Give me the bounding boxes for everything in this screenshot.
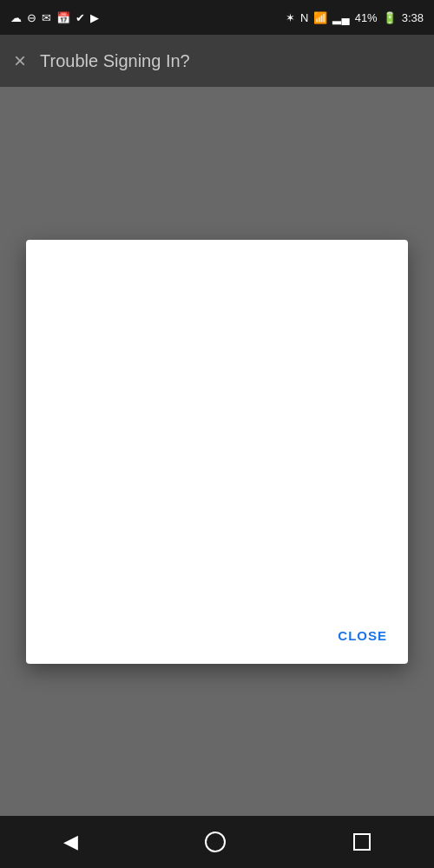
gmail-icon: ✉ xyxy=(42,11,51,24)
dialog-body xyxy=(26,240,408,614)
close-button[interactable]: CLOSE xyxy=(331,621,394,650)
battery-percent: 41% xyxy=(355,11,378,24)
status-right-info: ✶ N 📶 ▂▄ 41% 🔋 3:38 xyxy=(286,11,424,24)
dialog-actions: CLOSE xyxy=(26,614,408,664)
recents-button[interactable] xyxy=(353,833,371,851)
badge-icon: ✔ xyxy=(76,11,85,24)
cloud-icon: ☁ xyxy=(10,11,22,24)
bluetooth-icon: ✶ xyxy=(286,11,295,24)
battery-icon: 🔋 xyxy=(383,11,397,24)
status-bar: ☁ ⊖ ✉ 📅 ✔ ▶ ✶ N 📶 ▂▄ 41% 🔋 3:38 xyxy=(0,0,434,35)
app-bar: × Trouble Signing In? xyxy=(0,35,434,87)
wifi-icon: 📶 xyxy=(313,11,327,24)
nav-bar: ◀ xyxy=(0,816,434,868)
close-x-button[interactable]: × xyxy=(14,49,26,73)
time-display: 3:38 xyxy=(402,11,424,24)
calendar-icon: 📅 xyxy=(56,11,70,24)
page-title: Trouble Signing In? xyxy=(40,51,190,71)
back-button[interactable]: ◀ xyxy=(63,831,78,853)
stop-icon: ⊖ xyxy=(27,11,36,24)
signal-icon: ▂▄ xyxy=(332,11,349,24)
nfc-icon: N xyxy=(300,11,308,24)
home-button[interactable] xyxy=(205,832,226,852)
status-left-icons: ☁ ⊖ ✉ 📅 ✔ ▶ xyxy=(10,11,99,24)
dialog-card: CLOSE xyxy=(26,240,408,664)
play-icon: ▶ xyxy=(90,11,99,24)
content-area: CLOSE xyxy=(0,87,434,816)
